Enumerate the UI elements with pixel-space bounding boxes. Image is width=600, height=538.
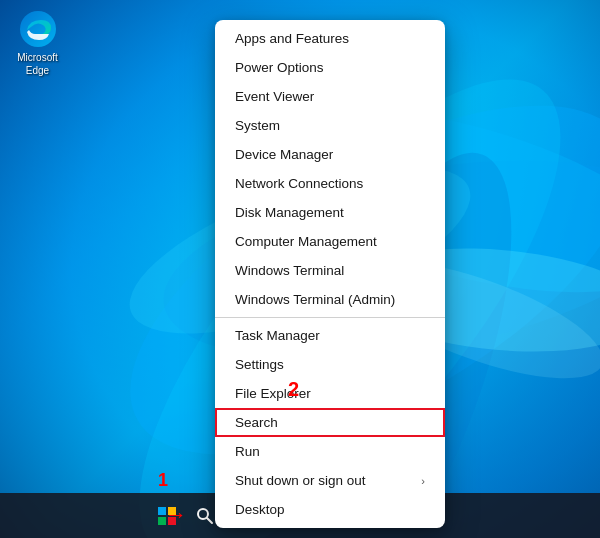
menu-item-shut-down-sign-out[interactable]: Shut down or sign out› — [215, 466, 445, 495]
menu-item-network-connections[interactable]: Network Connections — [215, 169, 445, 198]
annotation-number-2: 2 — [288, 378, 299, 401]
menu-item-label-search: Search — [235, 415, 278, 430]
menu-item-label-system: System — [235, 118, 280, 133]
menu-item-desktop[interactable]: Desktop — [215, 495, 445, 524]
menu-item-label-windows-terminal-admin: Windows Terminal (Admin) — [235, 292, 395, 307]
menu-item-label-file-explorer: File Explorer — [235, 386, 311, 401]
menu-item-settings[interactable]: Settings — [215, 350, 445, 379]
menu-item-label-apps-features: Apps and Features — [235, 31, 349, 46]
menu-item-search[interactable]: Search — [215, 408, 445, 437]
menu-item-label-device-manager: Device Manager — [235, 147, 333, 162]
arrow-symbol: → — [165, 502, 187, 528]
menu-item-label-settings: Settings — [235, 357, 284, 372]
edge-icon-image — [19, 10, 57, 48]
menu-item-label-task-manager: Task Manager — [235, 328, 320, 343]
menu-item-event-viewer[interactable]: Event Viewer — [215, 82, 445, 111]
menu-separator — [215, 317, 445, 318]
menu-item-label-event-viewer: Event Viewer — [235, 89, 314, 104]
menu-item-label-windows-terminal: Windows Terminal — [235, 263, 344, 278]
menu-item-device-manager[interactable]: Device Manager — [215, 140, 445, 169]
chevron-right-icon: › — [421, 475, 425, 487]
menu-item-label-run: Run — [235, 444, 260, 459]
context-menu: Apps and FeaturesPower OptionsEvent View… — [215, 20, 445, 528]
menu-item-label-computer-management: Computer Management — [235, 234, 377, 249]
svg-line-15 — [207, 518, 212, 523]
menu-item-windows-terminal[interactable]: Windows Terminal — [215, 256, 445, 285]
menu-item-computer-management[interactable]: Computer Management — [215, 227, 445, 256]
menu-item-windows-terminal-admin[interactable]: Windows Terminal (Admin) — [215, 285, 445, 314]
edge-icon-label: MicrosoftEdge — [10, 51, 65, 77]
menu-item-file-explorer[interactable]: File Explorer — [215, 379, 445, 408]
menu-item-apps-features[interactable]: Apps and Features — [215, 24, 445, 53]
menu-item-disk-management[interactable]: Disk Management — [215, 198, 445, 227]
annotation-number-1: 1 — [158, 470, 168, 491]
menu-item-task-manager[interactable]: Task Manager — [215, 321, 445, 350]
menu-item-power-options[interactable]: Power Options — [215, 53, 445, 82]
menu-item-run[interactable]: Run — [215, 437, 445, 466]
menu-item-label-desktop: Desktop — [235, 502, 285, 517]
menu-item-label-shut-down-sign-out: Shut down or sign out — [235, 473, 366, 488]
menu-item-system[interactable]: System — [215, 111, 445, 140]
menu-item-label-network-connections: Network Connections — [235, 176, 363, 191]
edge-desktop-icon[interactable]: MicrosoftEdge — [10, 10, 65, 77]
search-icon — [195, 506, 215, 526]
desktop: MicrosoftEdge Apps and FeaturesPower Opt… — [0, 0, 600, 538]
annotation-arrow: → — [165, 502, 187, 528]
menu-item-label-power-options: Power Options — [235, 60, 324, 75]
menu-item-label-disk-management: Disk Management — [235, 205, 344, 220]
